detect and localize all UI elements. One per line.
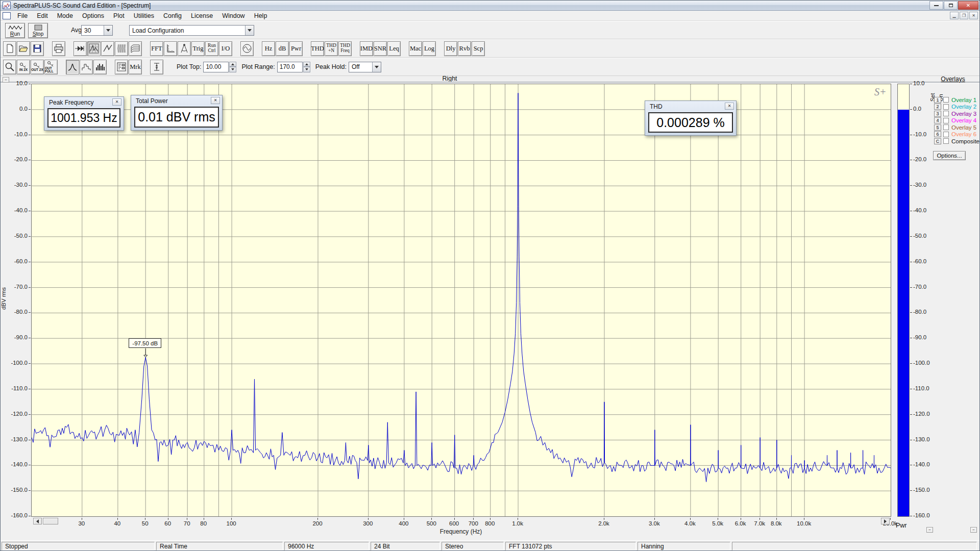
display-options-button[interactable] bbox=[115, 60, 128, 74]
step-plot-style-button[interactable] bbox=[80, 60, 93, 74]
line-plot-style-button[interactable] bbox=[66, 60, 79, 74]
bar-plot-style-button[interactable] bbox=[93, 60, 107, 74]
pane-splitter[interactable] bbox=[1, 82, 980, 83]
plot-top-input[interactable]: 10.00 bbox=[203, 62, 229, 72]
waveform-view-button[interactable] bbox=[101, 41, 114, 56]
peak-frequency-window[interactable]: Peak Frequency ✕ 1001.953 Hz bbox=[44, 96, 124, 131]
logging-button[interactable]: Log bbox=[423, 41, 436, 56]
units-power-button[interactable]: Pwr bbox=[289, 41, 303, 56]
overlay-5-checkbox[interactable] bbox=[943, 124, 949, 130]
overlay-1-checkbox[interactable] bbox=[943, 97, 949, 103]
menu-file[interactable]: File bbox=[13, 11, 32, 20]
peak-marker-label[interactable]: -97.50 dB bbox=[129, 338, 161, 348]
plot-range-input[interactable]: 170.0 bbox=[277, 62, 303, 72]
overlay-5-set-button[interactable]: 5 bbox=[934, 124, 941, 131]
overlay-2-checkbox[interactable] bbox=[943, 104, 949, 110]
trigger-button[interactable]: Trig bbox=[191, 41, 205, 56]
overlay-1-set-button[interactable]: 1 bbox=[934, 97, 941, 103]
peak-hold-select[interactable]: Off bbox=[349, 62, 381, 72]
load-configuration-select[interactable]: Load Configuration bbox=[129, 25, 254, 36]
signal-generator-icon bbox=[242, 43, 252, 54]
minimize-button[interactable] bbox=[929, 1, 943, 10]
plot-top-spinner[interactable] bbox=[229, 62, 236, 72]
menu-utilities[interactable]: Utilities bbox=[129, 11, 159, 20]
scaling-button[interactable] bbox=[164, 41, 177, 56]
menu-plot[interactable]: Plot bbox=[109, 11, 129, 20]
menu-mode[interactable]: Mode bbox=[53, 11, 78, 20]
zoom-button[interactable] bbox=[3, 60, 16, 74]
overlay-4-checkbox[interactable] bbox=[943, 118, 949, 123]
collapse-pane-icon[interactable]: − bbox=[926, 527, 933, 533]
mdi-child-icon[interactable] bbox=[3, 12, 11, 19]
overlay-2-set-button[interactable]: 2 bbox=[934, 104, 941, 110]
run-control-button[interactable]: RunCtrl bbox=[205, 41, 218, 56]
close-button[interactable]: ✕ bbox=[958, 1, 978, 10]
scroll-left-button[interactable] bbox=[33, 518, 42, 524]
thd-n-utility-button[interactable]: THD+N bbox=[325, 41, 338, 56]
zoom-out-2x-button[interactable]: OUT 2X bbox=[31, 60, 44, 74]
open-file-button[interactable] bbox=[17, 41, 30, 56]
app-icon bbox=[3, 2, 11, 9]
imd-utility-button[interactable]: IMD bbox=[360, 41, 373, 56]
units-db-button[interactable]: dB bbox=[276, 41, 289, 56]
menu-help[interactable]: Help bbox=[250, 11, 272, 20]
plot-range-spinner[interactable] bbox=[303, 62, 310, 72]
mdi-close-button[interactable]: ✕ bbox=[969, 12, 978, 19]
status-fft-size: FFT 131072 pts bbox=[505, 542, 636, 550]
overlay-6-set-button[interactable]: 6 bbox=[934, 131, 941, 137]
fast-forward-button[interactable] bbox=[74, 41, 87, 56]
composite-checkbox[interactable] bbox=[943, 138, 949, 144]
maximize-button[interactable] bbox=[944, 1, 958, 10]
leq-utility-button[interactable]: Leq bbox=[387, 41, 401, 56]
overlay-row: 4 Overlay 4 bbox=[934, 117, 976, 124]
print-button[interactable] bbox=[52, 41, 65, 56]
overlay-4-set-button[interactable]: 4 bbox=[934, 117, 941, 123]
thd-freq-utility-button[interactable]: THDFreq bbox=[338, 41, 352, 56]
calibration-button[interactable] bbox=[178, 41, 191, 56]
overlay-options-button[interactable]: Options... bbox=[933, 151, 966, 160]
surface-view-button[interactable] bbox=[129, 41, 142, 56]
mdi-restore-button[interactable]: ❐ bbox=[960, 12, 968, 19]
reverb-button[interactable]: Rvb bbox=[458, 41, 471, 56]
overlay-3-set-button[interactable]: 3 bbox=[934, 111, 941, 117]
menu-config[interactable]: Config bbox=[159, 11, 186, 20]
menu-license[interactable]: License bbox=[186, 11, 217, 20]
spectrogram-view-button[interactable] bbox=[115, 41, 128, 56]
fft-settings-button[interactable]: FFT bbox=[150, 41, 163, 56]
macro-button[interactable]: Mac bbox=[409, 41, 422, 56]
io-device-button[interactable]: I/O bbox=[219, 41, 232, 56]
collapse-pane-icon[interactable]: − bbox=[970, 527, 977, 533]
close-icon[interactable]: ✕ bbox=[112, 98, 121, 106]
overlay-3-checkbox[interactable] bbox=[943, 111, 949, 116]
stop-button[interactable]: Stop bbox=[28, 23, 48, 38]
zoom-out-full-button[interactable]: OUT FULL bbox=[44, 60, 58, 74]
total-power-window[interactable]: Total Power ✕ 0.01 dBV rms bbox=[131, 95, 223, 131]
save-button[interactable] bbox=[31, 41, 44, 56]
thd-utility-button[interactable]: THD bbox=[311, 41, 324, 56]
thd-window[interactable]: THD ✕ 0.000289 % bbox=[645, 101, 737, 136]
close-icon[interactable]: ✕ bbox=[725, 103, 734, 110]
new-file-button[interactable] bbox=[3, 41, 16, 56]
menu-edit[interactable]: Edit bbox=[32, 11, 53, 20]
scroll-right-button[interactable] bbox=[881, 518, 890, 524]
menu-window[interactable]: Window bbox=[217, 11, 249, 20]
overlay-6-checkbox[interactable] bbox=[943, 132, 949, 137]
close-icon[interactable]: ✕ bbox=[211, 97, 220, 104]
menu-options[interactable]: Options bbox=[78, 11, 109, 20]
composite-set-button[interactable]: C bbox=[934, 138, 941, 144]
marker-toggle-button[interactable]: Mrk bbox=[129, 60, 142, 74]
mdi-minimize-button[interactable]: ▁ bbox=[950, 12, 959, 19]
spectrum-view-button[interactable] bbox=[87, 41, 101, 56]
avg-select[interactable]: 30 bbox=[81, 25, 113, 36]
delay-button[interactable]: Dly bbox=[444, 41, 457, 56]
run-button[interactable]: Run bbox=[5, 23, 25, 38]
scope-button[interactable]: Scp bbox=[472, 41, 485, 56]
signal-generator-button[interactable] bbox=[240, 41, 254, 56]
zoom-in-2x-button[interactable]: IN 2X bbox=[17, 60, 30, 74]
snr-utility-button[interactable]: SNR bbox=[374, 41, 387, 56]
scroll-thumb[interactable] bbox=[43, 518, 58, 524]
overlay-row: C Composite bbox=[934, 138, 979, 144]
marker-range-button[interactable] bbox=[150, 60, 163, 74]
spectrum-plot[interactable] bbox=[31, 84, 891, 517]
units-hz-button[interactable]: Hz bbox=[262, 41, 275, 56]
